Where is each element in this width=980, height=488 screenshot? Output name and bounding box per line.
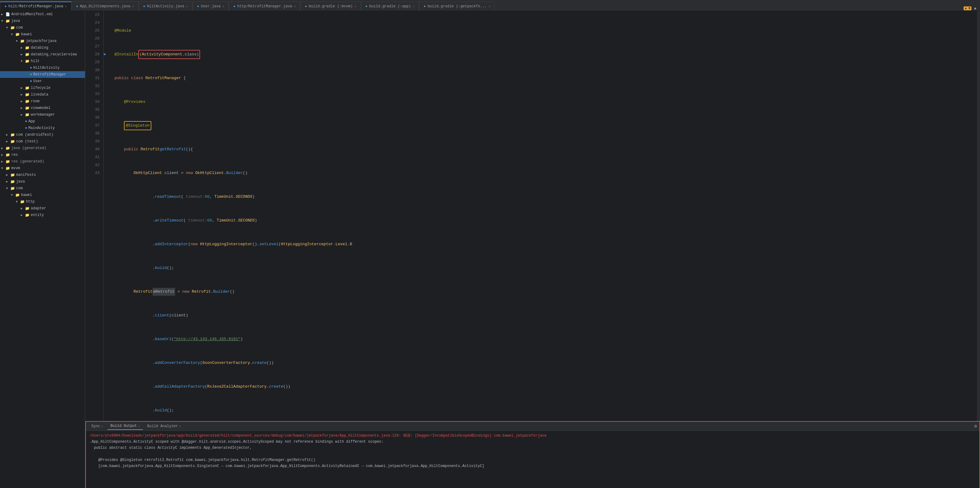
- tab-app-hilt-components[interactable]: ● App_HiltComponents.java ✕: [72, 2, 138, 11]
- sidebar-item-java2[interactable]: ▶ 📁 java: [0, 178, 85, 185]
- build-output-content: /Users/ytx0904/Downloads/jetpackforjava/…: [86, 431, 979, 488]
- editor-scrollbar[interactable]: [977, 11, 980, 421]
- code-content[interactable]: @Module @InstallIn(ActivityComponent.cla…: [110, 11, 977, 421]
- build-output-line-6: [com.bawei.jetpackforjava.App_HiltCompon…: [89, 463, 976, 469]
- sidebar-item-databing[interactable]: ▶ 📁 databing: [0, 44, 85, 51]
- sidebar-item-livedata[interactable]: ▶ 📁 livedata: [0, 91, 85, 98]
- sidebar-item-viewmodel[interactable]: ▶ 📁 viewmodel: [0, 105, 85, 111]
- sidebar-item-mvvm[interactable]: ▼ 📁 mvvm: [0, 165, 85, 171]
- sidebar-item-java[interactable]: ▼ 📁 java: [0, 17, 85, 24]
- sidebar-item-res[interactable]: ▶ 📁 res: [0, 152, 85, 158]
- expand-arrow: ▶: [21, 106, 24, 110]
- sidebar-item-jetpackforjava[interactable]: ▼ 📁 jetpackforjava: [0, 38, 85, 44]
- expand-arrow: ▶: [6, 139, 10, 143]
- code-line-35: .client(client): [115, 312, 977, 320]
- sidebar-item-label: User: [33, 79, 42, 83]
- folder-icon: 📁: [25, 59, 30, 63]
- sidebar-item-workmanager[interactable]: ▶ 📁 workmanager: [0, 111, 85, 118]
- chevron-up-icon[interactable]: ▲: [974, 6, 976, 11]
- code-line-34: Retrofit mRetrofit = new Retrofit.Builde…: [115, 288, 977, 296]
- sidebar-item-hilt[interactable]: ▼ 📁 hilt: [0, 58, 85, 65]
- expand-arrow: ▶: [6, 180, 10, 184]
- sidebar-item-retrofit-manager[interactable]: ▶ ● RetrofitManager: [0, 71, 85, 78]
- expand-arrow: ▶: [1, 160, 5, 163]
- sidebar-item-label: workmanager: [31, 112, 55, 117]
- sidebar-item-com2[interactable]: ▼ 📁 com: [0, 185, 85, 192]
- sidebar-item-label: App: [28, 119, 35, 124]
- sidebar-item-bawei[interactable]: ▼ 📁 bawei: [0, 31, 85, 38]
- bottom-panel: Sync ✕ Build Output ✕ Build Analyzer ✕ ⚙: [85, 421, 980, 488]
- folder-icon: 📁: [5, 19, 10, 24]
- tab-close-icon[interactable]: ✕: [413, 5, 414, 8]
- sidebar-item-label: http: [26, 200, 35, 204]
- sidebar-item-user[interactable]: ▶ ● User: [0, 78, 85, 85]
- expand-arrow: ▼: [1, 19, 5, 23]
- code-line-36: .baseUrl("http://43.143.146.165:8181"): [115, 335, 977, 343]
- tab-close-icon[interactable]: ✕: [355, 5, 356, 8]
- sidebar-item-entity[interactable]: ▶ 📁 entity: [0, 212, 85, 219]
- folder-icon: 📁: [25, 52, 30, 57]
- code-line-26: @Provides: [115, 98, 977, 106]
- code-line-37: .addConverterFactory(GsonConverterFactor…: [115, 359, 977, 367]
- sidebar-item-res-generated[interactable]: ▶ 📁 res (generated): [0, 158, 85, 165]
- sidebar-item-android-manifest[interactable]: ▶ 📄 AndroidManifest.xml: [0, 11, 85, 17]
- java-class-icon: ●: [30, 73, 32, 77]
- code-line-39: .build();: [115, 406, 977, 414]
- sidebar-item-com[interactable]: ▼ 📁 com: [0, 24, 85, 31]
- sidebar-item-main-activity[interactable]: ▶ ● MainActivity: [0, 125, 85, 132]
- tab-build-gradle-app[interactable]: ● build.gradle (:app) ✕: [361, 2, 419, 11]
- tab-build-gradle-mvvm[interactable]: ● build.gradle (:mvvm) ✕: [300, 2, 361, 11]
- tab-close-icon[interactable]: ✕: [65, 5, 67, 8]
- folder-icon: 📁: [25, 86, 30, 90]
- tab-user[interactable]: ● User.java ✕: [192, 2, 229, 11]
- tab-close-icon[interactable]: ✕: [138, 424, 140, 428]
- tab-close-icon[interactable]: ✕: [294, 5, 296, 8]
- file-tree-sidebar: ▶ 📄 AndroidManifest.xml ▼ 📁 java ▼ 📁 com…: [0, 11, 85, 488]
- sidebar-item-bawei2[interactable]: ▼ 📁 bawei: [0, 192, 85, 198]
- sidebar-item-hilt-activity[interactable]: ▶ ● HiltActivity: [0, 65, 85, 71]
- sidebar-item-com-test[interactable]: ▶ 📁 com (test): [0, 138, 85, 145]
- tab-retrofit-manager-hilt[interactable]: ● hilt/RetrofitManager.java ✕: [0, 2, 72, 11]
- expand-arrow: ▼: [6, 187, 10, 190]
- tab-close-icon[interactable]: ✕: [488, 5, 490, 8]
- folder-icon: 📁: [10, 186, 15, 191]
- code-line-28: public Retrofit getRetrofit(){: [115, 146, 977, 153]
- sidebar-item-adapter[interactable]: ▶ 📁 adapter: [0, 205, 85, 212]
- sidebar-item-label: manifests: [16, 173, 36, 177]
- tab-sync[interactable]: Sync ✕: [88, 423, 106, 430]
- tab-close-icon[interactable]: ✕: [179, 425, 181, 428]
- java-class-icon: ●: [30, 79, 32, 83]
- tab-http-retrofit-manager[interactable]: ● http/RetrofitManager.java ✕: [229, 2, 300, 11]
- settings-icon[interactable]: ⚙: [975, 423, 977, 429]
- folder-icon: 📁: [15, 32, 20, 37]
- sidebar-item-java-generated[interactable]: ▶ 📁 java (generated): [0, 145, 85, 152]
- gutter-area: ⚑: [103, 11, 110, 421]
- sidebar-item-label: livedata: [31, 92, 48, 97]
- folder-generated-icon: 📁: [5, 159, 10, 164]
- expand-arrow: ▶: [21, 100, 24, 103]
- tab-hilt-activity[interactable]: ● HiltActivity.java ✕: [138, 2, 192, 11]
- expand-arrow: ▶: [21, 52, 24, 56]
- sidebar-item-label: com (test): [16, 139, 38, 144]
- code-editor[interactable]: 23 24 25 26 27 28 29 30 31 32 33 34 35 3…: [85, 11, 980, 421]
- sidebar-item-http[interactable]: ▼ 📁 http: [0, 198, 85, 205]
- tab-close-icon[interactable]: ✕: [132, 5, 134, 8]
- tab-close-icon[interactable]: ✕: [186, 5, 188, 8]
- tab-close-icon[interactable]: ✕: [222, 5, 224, 8]
- sidebar-item-label: AndroidManifest.xml: [11, 12, 53, 16]
- sidebar-item-label: HiltActivity: [33, 66, 59, 70]
- expand-arrow: ▶: [6, 173, 10, 177]
- sidebar-item-com-androidtest[interactable]: ▶ 📁 com (androidTest): [0, 132, 85, 138]
- tab-build-output[interactable]: Build Output ✕: [108, 423, 143, 430]
- sidebar-item-app[interactable]: ▶ ● App: [0, 118, 85, 125]
- tab-build-analyzer[interactable]: Build Analyzer ✕: [144, 423, 184, 430]
- tab-close-icon[interactable]: ✕: [102, 425, 103, 428]
- sidebar-item-databing-recyclerview[interactable]: ▶ 📁 databing_recyclerview: [0, 51, 85, 58]
- sidebar-item-lifecycle[interactable]: ▶ 📁 lifecycle: [0, 85, 85, 91]
- sidebar-item-label: mvvm: [11, 166, 20, 170]
- main-area: ▶ 📄 AndroidManifest.xml ▼ 📁 java ▼ 📁 com…: [0, 11, 980, 488]
- folder-icon: 📁: [25, 213, 30, 217]
- tab-build-gradle-getpackfo[interactable]: ● build.gradle (:getpackfo... ✕: [419, 2, 495, 11]
- sidebar-item-manifests[interactable]: ▶ 📁 manifests: [0, 171, 85, 178]
- sidebar-item-room[interactable]: ▶ 📁 room: [0, 98, 85, 105]
